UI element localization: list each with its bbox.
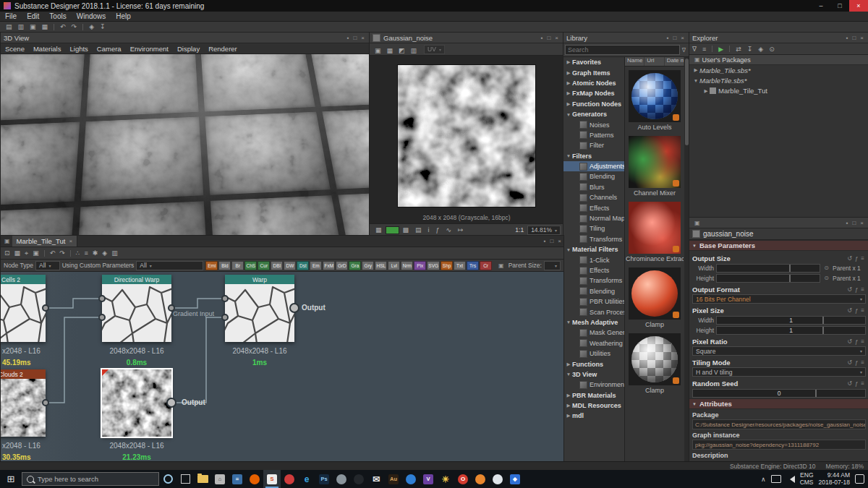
- slider-handle[interactable]: [822, 317, 824, 324]
- menu-icon[interactable]: ≡: [859, 338, 866, 345]
- checker-icon[interactable]: ▩: [400, 226, 412, 234]
- uv-mode-dropdown[interactable]: UV ▾: [424, 45, 445, 54]
- undo-icon[interactable]: ↶: [48, 249, 58, 257]
- library-item-blending[interactable]: Blending: [563, 286, 624, 296]
- menu-item-edit[interactable]: Edit: [22, 12, 44, 20]
- settings-icon[interactable]: ◈: [100, 249, 109, 257]
- function-icon[interactable]: ƒ: [854, 338, 859, 345]
- view3d-menu-materials[interactable]: Materials: [29, 45, 66, 53]
- orange-app-icon[interactable]: [472, 470, 489, 488]
- menu-icon[interactable]: ≡: [859, 307, 866, 314]
- filter-chip-gra[interactable]: Gra: [349, 261, 361, 270]
- task-view-button[interactable]: [176, 470, 194, 488]
- store-icon[interactable]: ⌂: [211, 470, 229, 488]
- file-explorer-icon[interactable]: [194, 470, 211, 488]
- filtering-icon[interactable]: ƒ: [433, 226, 443, 234]
- language-indicator[interactable]: ENG CMS: [800, 472, 814, 487]
- library-item-filter[interactable]: Filter: [563, 140, 624, 150]
- graph-node-cells-2[interactable]: Cells 2: [1, 275, 46, 342]
- param-dropdown[interactable]: H and V tiling▾: [692, 367, 866, 377]
- undo-icon[interactable]: ↶: [57, 23, 69, 30]
- float-icon[interactable]: □: [671, 35, 678, 41]
- filter-chip-txt[interactable]: Txt: [454, 261, 466, 270]
- close-icon[interactable]: ×: [556, 238, 563, 244]
- calculator-icon[interactable]: =: [229, 470, 246, 488]
- light-app-icon[interactable]: [489, 470, 506, 488]
- filter-chip-em[interactable]: Em: [310, 261, 322, 270]
- view3d-menu-display[interactable]: Display: [173, 45, 204, 53]
- menu-item-tools[interactable]: Tools: [44, 12, 71, 20]
- fit-view-icon[interactable]: ⊡: [2, 249, 12, 257]
- slider-handle[interactable]: [789, 275, 791, 282]
- library-item-tiling[interactable]: Tiling: [563, 223, 624, 234]
- expand-arrow-icon[interactable]: ▼: [565, 320, 572, 325]
- view3d-menu-scene[interactable]: Scene: [1, 45, 29, 53]
- histogram-icon[interactable]: ∿: [443, 226, 455, 234]
- library-item-patterns[interactable]: Patterns: [563, 130, 624, 140]
- library-item-fxmap-nodes[interactable]: ▶FxMap Nodes: [563, 88, 624, 98]
- filter-chip-emi[interactable]: Emi: [205, 261, 218, 270]
- library-item-environment[interactable]: Environment...: [563, 380, 624, 390]
- filter-chip-dst[interactable]: Dst: [297, 261, 309, 270]
- tray-chevron-icon[interactable]: ∧: [761, 476, 766, 483]
- output-connector[interactable]: [42, 304, 49, 312]
- pan-icon[interactable]: ↦: [455, 226, 467, 234]
- library-item-mdl-resources[interactable]: ▶MDL Resources: [563, 401, 624, 411]
- library-search-input[interactable]: [565, 45, 680, 55]
- library-item-material-filters[interactable]: ▼Material Filters: [563, 244, 624, 254]
- zoom-actual-button[interactable]: 1:1: [511, 226, 527, 234]
- graph-node-gaussian-noise[interactable]: [102, 369, 171, 437]
- expand-arrow-icon[interactable]: ▶: [565, 70, 572, 76]
- reset-icon[interactable]: ↺: [846, 359, 854, 366]
- transform-icon[interactable]: ◩: [396, 47, 408, 54]
- tiling-icon[interactable]: ▥: [408, 47, 420, 54]
- float-icon[interactable]: □: [548, 238, 556, 244]
- attribute-value-graph-instance[interactable]: pkg://gaussian_noise?dependency=13111887…: [692, 440, 866, 450]
- view3d-menu-renderer[interactable]: Renderer: [204, 45, 242, 53]
- library-asset-auto-levels[interactable]: Auto Levels: [626, 70, 684, 131]
- defender-icon[interactable]: ◆: [506, 470, 524, 488]
- export-icon[interactable]: ↧: [97, 23, 109, 30]
- network-icon[interactable]: [771, 475, 781, 483]
- library-item-filters[interactable]: ▼Filters: [563, 151, 624, 161]
- tile-preview-icon[interactable]: ▤: [412, 226, 425, 234]
- save-all-icon[interactable]: ▦: [39, 23, 51, 30]
- opera-icon[interactable]: [281, 470, 298, 488]
- inherit-icon[interactable]: ⊙: [822, 265, 830, 271]
- close-icon[interactable]: ×: [359, 35, 367, 41]
- library-item-utilities[interactable]: Utilities: [563, 348, 624, 359]
- link-editor-icon[interactable]: ◈: [86, 23, 97, 30]
- expand-arrow-icon[interactable]: ▼: [692, 78, 699, 83]
- maximize-button[interactable]: □: [830, 0, 849, 12]
- library-item-noises[interactable]: Noises: [563, 119, 624, 129]
- function-icon[interactable]: ƒ: [854, 286, 859, 293]
- pin-icon[interactable]: ▪: [539, 35, 545, 41]
- slider-handle[interactable]: [822, 327, 824, 334]
- tab-close-icon[interactable]: ×: [69, 238, 73, 244]
- column-header-url[interactable]: Url: [644, 57, 664, 66]
- save-icon[interactable]: ▣: [27, 23, 39, 30]
- filter-preview-icon[interactable]: ✱: [90, 249, 101, 257]
- inherit-icon[interactable]: ⊙: [822, 275, 830, 281]
- volume-icon[interactable]: [786, 476, 795, 483]
- expand-arrow-icon[interactable]: ▼: [565, 372, 572, 377]
- viewport-3d[interactable]: [1, 54, 370, 236]
- grid-icon[interactable]: ▦: [373, 226, 385, 234]
- output-connector[interactable]: [42, 399, 49, 406]
- custom-params-dropdown[interactable]: All ▾: [136, 261, 203, 270]
- library-item-1-click[interactable]: 1-Click: [563, 254, 624, 265]
- library-item-adjustments[interactable]: Adjustments: [563, 161, 624, 171]
- new-package-icon[interactable]: ▤: [3, 23, 15, 30]
- canvas-2d[interactable]: 2048 x 2048 (Grayscale, 16bpc): [370, 56, 563, 223]
- param-slider[interactable]: 1: [716, 326, 866, 335]
- attribute-value-package[interactable]: C:/Substance Designer/resources/packages…: [692, 419, 866, 429]
- library-item-effects[interactable]: Effects: [563, 265, 624, 275]
- parent-size-dropdown[interactable]: ▾: [544, 261, 561, 270]
- weather-icon[interactable]: ☀: [437, 470, 454, 488]
- export-icon[interactable]: ↧: [744, 46, 756, 53]
- expand-arrow-icon[interactable]: ▶: [565, 361, 572, 367]
- expand-arrow-icon[interactable]: ▶: [565, 90, 572, 96]
- filter-chip-svg[interactable]: SVG: [427, 261, 440, 270]
- close-icon[interactable]: ×: [553, 35, 561, 41]
- reset-icon[interactable]: ↺: [846, 255, 854, 262]
